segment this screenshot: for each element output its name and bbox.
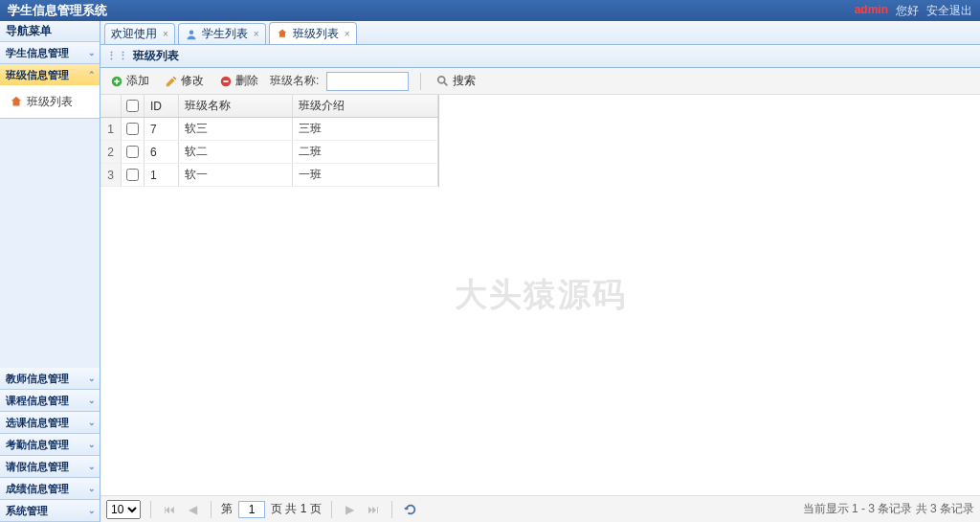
- chevron-down-icon: ⌄: [88, 440, 96, 449]
- toolbar: 添加 修改 删除 班级名称: 搜索: [100, 68, 980, 95]
- edit-label: 修改: [181, 73, 204, 89]
- tab-label: 学生列表: [202, 26, 248, 42]
- separator: [211, 501, 212, 518]
- sidebar-link-class-list[interactable]: 班级列表: [6, 91, 94, 112]
- separator: [150, 501, 151, 518]
- sidebar-item-leave[interactable]: 请假信息管理⌄: [0, 456, 100, 477]
- table-row[interactable]: 31软一一班: [100, 164, 438, 187]
- select-all-checkbox[interactable]: [126, 100, 139, 112]
- sidebar-item-enroll[interactable]: 选课信息管理⌄: [0, 412, 100, 433]
- app-header: 学生信息管理系统 admin 您好 安全退出: [0, 0, 980, 21]
- sidebar-item-course[interactable]: 课程信息管理⌄: [0, 390, 100, 411]
- delete-label: 删除: [235, 73, 258, 89]
- sidebar-item-teacher[interactable]: 教师信息管理⌄: [0, 368, 100, 389]
- row-checkbox[interactable]: [126, 169, 139, 181]
- row-checkbox[interactable]: [126, 123, 139, 135]
- col-desc[interactable]: 班级介绍: [293, 95, 438, 117]
- row-checkbox[interactable]: [126, 146, 139, 158]
- next-page-button[interactable]: ▶: [342, 501, 359, 518]
- logout-link[interactable]: 安全退出: [926, 3, 972, 19]
- sidebar-item-student[interactable]: 学生信息管理 ⌄: [0, 42, 100, 63]
- add-label: 添加: [126, 73, 149, 89]
- add-button[interactable]: 添加: [106, 71, 153, 91]
- tab-welcome[interactable]: 欢迎使用 ×: [104, 23, 175, 44]
- sidebar: 导航菜单 学生信息管理 ⌄ 班级信息管理 ⌃: [0, 21, 100, 522]
- cell-id: 7: [145, 118, 179, 140]
- row-select-cell: [122, 164, 145, 186]
- prev-page-button[interactable]: ◀: [184, 501, 201, 518]
- pager: 10 ⏮ ◀ 第 页 共 1 页 ▶ ⏭ 当前显示 1 - 3 条记录 共 3 …: [100, 495, 980, 522]
- cell-name: 软三: [179, 118, 294, 140]
- sidebar-item-class[interactable]: 班级信息管理 ⌃: [0, 64, 100, 85]
- select-all-cell: [122, 95, 145, 117]
- refresh-button[interactable]: [402, 501, 419, 518]
- sidebar-link-label: 班级列表: [27, 94, 73, 110]
- data-grid: ID 班级名称 班级介绍 17软三三班26软二二班31软一一班 大头猿源码: [100, 95, 980, 495]
- row-number: 1: [100, 118, 122, 140]
- greeting-text: 您好: [896, 3, 919, 19]
- filter-input[interactable]: [326, 72, 409, 91]
- sidebar-item-label: 课程信息管理: [6, 394, 69, 408]
- cell-desc: 二班: [293, 141, 438, 163]
- close-icon[interactable]: ×: [254, 29, 259, 39]
- search-label: 搜索: [453, 73, 476, 89]
- sidebar-item-label: 选课信息管理: [6, 416, 69, 430]
- svg-point-3: [438, 76, 445, 82]
- chevron-down-icon: ⌄: [88, 506, 96, 515]
- cell-name: 软二: [179, 141, 294, 163]
- table-row[interactable]: 26软二二班: [100, 141, 438, 164]
- svg-point-0: [189, 30, 194, 34]
- user-icon: [185, 28, 198, 41]
- tab-label: 班级列表: [293, 26, 339, 42]
- row-select-cell: [122, 118, 145, 140]
- cell-id: 1: [145, 164, 179, 186]
- sidebar-item-system[interactable]: 系统管理⌄: [0, 500, 100, 521]
- table-row[interactable]: 17软三三班: [100, 118, 438, 141]
- separator: [420, 73, 421, 90]
- sidebar-item-label: 请假信息管理: [6, 460, 69, 474]
- col-name[interactable]: 班级名称: [179, 95, 294, 117]
- tab-class-list[interactable]: 班级列表 ×: [269, 22, 357, 44]
- cell-name: 软一: [179, 164, 294, 186]
- close-icon[interactable]: ×: [345, 29, 350, 39]
- tab-label: 欢迎使用: [111, 26, 157, 42]
- row-number: 3: [100, 164, 122, 186]
- sidebar-item-grade[interactable]: 成绩信息管理⌄: [0, 478, 100, 499]
- sidebar-item-label: 班级信息管理: [6, 68, 69, 82]
- chevron-down-icon: ⌄: [88, 374, 96, 383]
- cell-id: 6: [145, 141, 179, 163]
- page-prefix: 第: [221, 501, 233, 517]
- current-user: admin: [855, 3, 888, 19]
- row-number: 2: [100, 141, 122, 163]
- panel-title: 班级列表: [133, 48, 179, 64]
- chevron-down-icon: ⌄: [88, 48, 96, 57]
- page-input[interactable]: [238, 501, 265, 518]
- delete-button[interactable]: 删除: [215, 71, 262, 91]
- tab-bar: 欢迎使用 × 学生列表 × 班级列表 ×: [100, 21, 980, 45]
- panel-title-bar: ⋮⋮ 班级列表: [100, 45, 980, 68]
- sidebar-item-attendance[interactable]: 考勤信息管理⌄: [0, 434, 100, 455]
- grid-header: ID 班级名称 班级介绍: [100, 95, 438, 118]
- edit-button[interactable]: 修改: [161, 71, 208, 91]
- separator: [391, 501, 392, 518]
- grip-icon: ⋮⋮: [106, 50, 129, 62]
- sidebar-item-label: 成绩信息管理: [6, 482, 69, 496]
- row-number-header: [100, 95, 122, 117]
- chevron-down-icon: ⌄: [88, 484, 96, 493]
- col-id[interactable]: ID: [145, 95, 179, 117]
- watermark: 大头猿源码: [455, 273, 627, 317]
- first-page-button[interactable]: ⏮: [161, 501, 178, 518]
- chevron-down-icon: ⌄: [88, 418, 96, 427]
- sidebar-item-label: 考勤信息管理: [6, 438, 69, 452]
- row-select-cell: [122, 141, 145, 163]
- app-title: 学生信息管理系统: [8, 2, 855, 19]
- home-icon: [10, 95, 23, 108]
- pager-info: 当前显示 1 - 3 条记录 共 3 条记录: [803, 501, 974, 517]
- close-icon[interactable]: ×: [163, 29, 168, 39]
- tab-student-list[interactable]: 学生列表 ×: [178, 23, 266, 44]
- search-button[interactable]: 搜索: [433, 71, 479, 91]
- sidebar-title: 导航菜单: [0, 21, 100, 42]
- page-size-select[interactable]: 10: [106, 500, 141, 519]
- separator: [331, 501, 332, 518]
- last-page-button[interactable]: ⏭: [365, 501, 382, 518]
